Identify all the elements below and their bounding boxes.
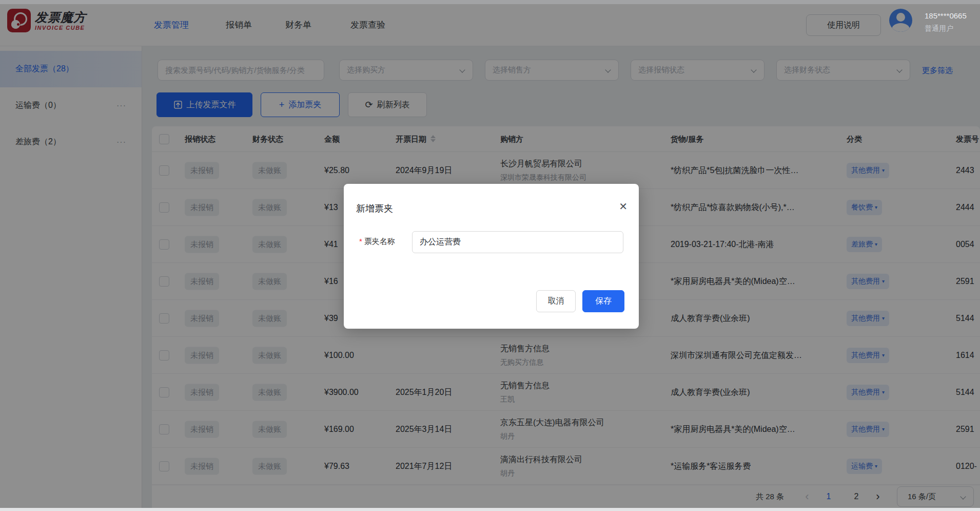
user-info[interactable]: 185****0665 普通用户 [925,11,967,33]
folder-name-label: *票夹名称 [359,237,395,247]
add-folder-modal: 新增票夹 ✕ *票夹名称 取消 保存 [344,184,639,329]
modal-title: 新增票夹 [356,202,393,215]
app-window: 发票魔方 INVOICE CUBE 发票管理 报销单 财务单 发票查验 使用说明… [0,4,980,508]
cancel-button[interactable]: 取消 [536,290,576,312]
user-role: 普通用户 [925,24,967,33]
close-icon[interactable]: ✕ [619,201,628,212]
save-button[interactable]: 保存 [582,290,624,312]
user-phone: 185****0665 [925,11,967,21]
folder-name-input[interactable] [412,231,623,253]
screen: 发票魔方 INVOICE CUBE 发票管理 报销单 财务单 发票查验 使用说明… [0,0,980,511]
folder-name-label-text: 票夹名称 [364,237,395,245]
page-bottom-strip [0,508,980,511]
required-mark: * [359,237,362,245]
